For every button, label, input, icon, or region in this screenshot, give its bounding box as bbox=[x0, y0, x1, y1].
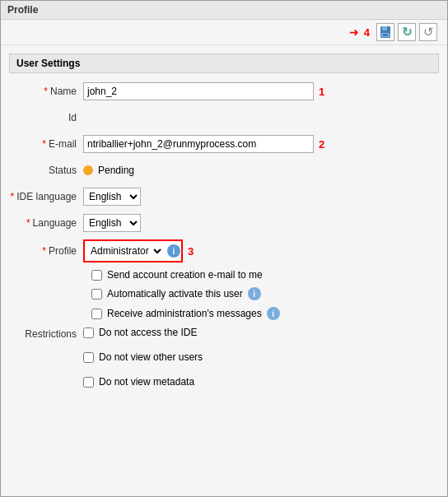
receive-admin-row: Receive administration's messages i bbox=[91, 307, 439, 320]
receive-admin-checkbox[interactable] bbox=[91, 309, 102, 319]
status-value: Pending bbox=[98, 165, 134, 176]
profile-label: *Profile bbox=[9, 245, 83, 257]
name-row: *Name 1 bbox=[9, 81, 439, 101]
profile-row: *Profile Administrator Developer User i … bbox=[9, 239, 439, 262]
ide-language-label: *IDE language bbox=[9, 191, 83, 202]
auto-activate-info-icon[interactable]: i bbox=[248, 287, 261, 300]
name-required: * bbox=[44, 86, 48, 97]
name-label: *Name bbox=[9, 86, 83, 97]
status-row: Status Pending bbox=[9, 160, 439, 180]
section-header: User Settings bbox=[9, 53, 439, 73]
name-badge: 1 bbox=[319, 86, 324, 98]
status-dot bbox=[83, 165, 93, 175]
language-select[interactable]: English French Spanish German bbox=[83, 214, 141, 232]
id-label: Id bbox=[9, 112, 83, 123]
email-row: *E-mail 2 bbox=[9, 134, 439, 154]
restrict3-row: Do not view metadata bbox=[83, 376, 203, 388]
restrict3-checkbox[interactable] bbox=[83, 377, 94, 388]
id-row: Id bbox=[9, 108, 439, 128]
section-title: User Settings bbox=[16, 58, 80, 69]
ide-language-row: *IDE language English French Spanish Ger… bbox=[9, 187, 439, 207]
profile-select-wrapper: Administrator Developer User i bbox=[83, 239, 183, 262]
receive-admin-info-icon[interactable]: i bbox=[267, 307, 280, 320]
restrict2-row: Do not view other users bbox=[83, 351, 203, 363]
send-email-row: Send account creation e-mail to me bbox=[91, 269, 439, 281]
arrow-icon: ➜ bbox=[349, 26, 359, 39]
email-label: *E-mail bbox=[9, 138, 83, 150]
profile-badge: 3 bbox=[188, 245, 194, 258]
profile-window: Profile ➜ 4 ↻ ↺ User Settings *Name bbox=[0, 0, 448, 497]
email-input[interactable] bbox=[83, 135, 314, 153]
profile-required: * bbox=[42, 245, 46, 257]
send-email-checkbox[interactable] bbox=[91, 270, 102, 281]
restrict2-checkbox[interactable] bbox=[83, 352, 94, 363]
language-label: *Language bbox=[9, 217, 83, 229]
ide-lang-required: * bbox=[11, 191, 15, 202]
toolbar-number: 4 bbox=[364, 26, 370, 39]
form-content: User Settings *Name 1 Id *E-mail 2 bbox=[1, 45, 447, 496]
profile-select[interactable]: Administrator Developer User bbox=[86, 242, 164, 260]
svg-rect-1 bbox=[382, 26, 387, 30]
svg-rect-3 bbox=[383, 34, 388, 36]
send-email-label: Send account creation e-mail to me bbox=[107, 269, 263, 281]
ide-language-select[interactable]: English French Spanish German bbox=[83, 188, 141, 206]
restrict1-row: Do not access the IDE bbox=[83, 327, 203, 338]
window-title: Profile bbox=[7, 4, 38, 16]
receive-admin-label: Receive administration's messages bbox=[107, 308, 262, 319]
restrictions-label: Restrictions bbox=[9, 327, 83, 394]
restrict1-checkbox[interactable] bbox=[83, 327, 94, 338]
status-label: Status bbox=[9, 165, 83, 176]
restrictions-items: Do not access the IDE Do not view other … bbox=[83, 327, 203, 394]
auto-activate-row: Automatically activate this user i bbox=[91, 287, 439, 300]
email-badge: 2 bbox=[319, 138, 324, 151]
undo-button[interactable]: ↺ bbox=[419, 23, 437, 41]
auto-activate-checkbox[interactable] bbox=[91, 289, 102, 300]
refresh-button[interactable]: ↻ bbox=[398, 23, 416, 41]
email-required: * bbox=[42, 138, 46, 150]
save-button[interactable] bbox=[376, 23, 394, 41]
restrictions-section: Restrictions Do not access the IDE Do no… bbox=[9, 327, 439, 394]
restrict1-label: Do not access the IDE bbox=[99, 327, 197, 338]
restrict3-label: Do not view metadata bbox=[99, 376, 194, 388]
profile-info-icon[interactable]: i bbox=[167, 244, 180, 258]
restrict2-label: Do not view other users bbox=[99, 351, 203, 363]
lang-required: * bbox=[26, 217, 30, 229]
title-bar: Profile bbox=[1, 1, 447, 20]
auto-activate-label: Automatically activate this user bbox=[107, 288, 243, 300]
toolbar: ➜ 4 ↻ ↺ bbox=[1, 20, 447, 45]
language-row: *Language English French Spanish German bbox=[9, 213, 439, 233]
name-input[interactable] bbox=[83, 82, 314, 100]
